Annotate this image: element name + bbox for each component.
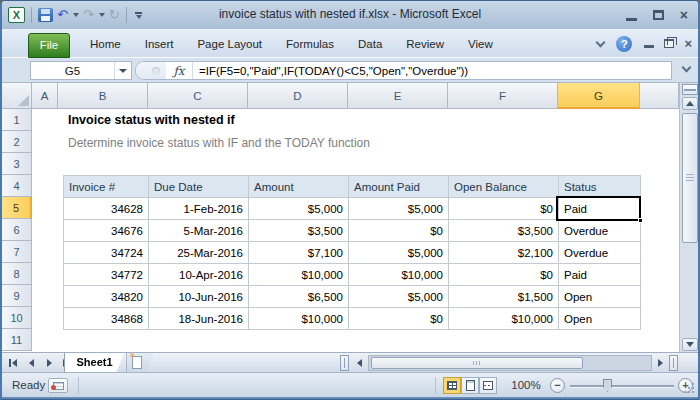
table-cell[interactable]: $3,500	[449, 220, 559, 242]
table-cell[interactable]: $0	[349, 220, 449, 242]
select-all-corner[interactable]	[2, 83, 32, 109]
table-cell[interactable]: $5,000	[349, 198, 449, 220]
table-cell[interactable]: Overdue	[559, 242, 641, 264]
table-cell[interactable]: $3,500	[249, 220, 349, 242]
zoom-level[interactable]: 100%	[507, 373, 545, 398]
row-header-9[interactable]: 9	[2, 285, 32, 307]
table-cell[interactable]: $0	[449, 264, 559, 286]
row-header-1[interactable]: 1	[2, 109, 32, 131]
tab-file[interactable]: File	[28, 33, 70, 58]
table-cell[interactable]: 10-Apr-2016	[149, 264, 249, 286]
column-header-C[interactable]: C	[148, 83, 248, 109]
tab-insert[interactable]: Insert	[133, 31, 186, 58]
workbook-minimize-button[interactable]	[644, 45, 654, 48]
previous-sheet-button[interactable]	[24, 355, 38, 370]
table-cell[interactable]: 34868	[64, 308, 149, 330]
excel-logo-icon[interactable]: X	[8, 7, 25, 23]
column-header-A[interactable]: A	[32, 83, 58, 109]
table-cell[interactable]: $10,000	[249, 264, 349, 286]
horizontal-scroll-thumb[interactable]	[371, 357, 583, 369]
table-cell[interactable]: 34820	[64, 286, 149, 308]
table-cell[interactable]: 34772	[64, 264, 149, 286]
column-header-D[interactable]: D	[248, 83, 348, 109]
tab-data[interactable]: Data	[346, 31, 394, 58]
table-cell[interactable]: 18-Jun-2016	[149, 308, 249, 330]
table-cell[interactable]: 34628	[64, 198, 149, 220]
sheet-title-cell[interactable]: Invoice status with nested if	[68, 113, 235, 127]
page-layout-view-button[interactable]	[461, 377, 479, 394]
window-restore-button[interactable]	[653, 10, 664, 20]
normal-view-button[interactable]	[443, 377, 461, 394]
tab-home[interactable]: Home	[78, 31, 133, 58]
table-cell[interactable]: Open	[559, 308, 641, 330]
workbook-restore-button[interactable]	[664, 39, 674, 48]
tab-view[interactable]: View	[456, 31, 505, 58]
page-break-view-button[interactable]	[479, 377, 497, 394]
row-header-11[interactable]: 11	[2, 329, 32, 351]
row-header-10[interactable]: 10	[2, 307, 32, 329]
zoom-slider-track[interactable]	[570, 385, 674, 387]
column-header-E[interactable]: E	[348, 83, 448, 109]
vertical-split-box[interactable]	[682, 84, 698, 95]
redo-dropdown-icon[interactable]	[99, 13, 105, 17]
header-amount-paid[interactable]: Amount Paid	[349, 176, 449, 198]
tab-page-layout[interactable]: Page Layout	[185, 31, 274, 58]
minimize-ribbon-icon[interactable]	[596, 37, 606, 47]
scroll-left-button[interactable]	[352, 356, 366, 370]
formula-input[interactable]: =IF(F5=0,"Paid",IF(TODAY()<C5,"Open","Ov…	[193, 65, 468, 77]
tab-formulas[interactable]: Formulas	[274, 31, 346, 58]
next-sheet-button[interactable]	[42, 355, 56, 370]
table-cell[interactable]: $5,000	[349, 242, 449, 264]
window-minimize-button[interactable]	[626, 18, 637, 21]
redo-icon[interactable]: ↷	[83, 8, 94, 22]
header-due-date[interactable]: Due Date	[149, 176, 249, 198]
row-header-3[interactable]: 3	[2, 153, 32, 175]
row-header-7[interactable]: 7	[2, 241, 32, 263]
tab-review[interactable]: Review	[394, 31, 456, 58]
table-cell[interactable]: $5,000	[249, 198, 349, 220]
save-icon[interactable]	[38, 8, 53, 22]
active-cell-selection[interactable]	[556, 196, 641, 221]
table-cell[interactable]: 5-Mar-2016	[149, 220, 249, 242]
fill-handle[interactable]	[638, 218, 643, 223]
resize-grip[interactable]	[683, 382, 695, 394]
table-cell[interactable]: Open	[559, 286, 641, 308]
tab-split-handle[interactable]	[340, 355, 349, 371]
scroll-up-button[interactable]	[682, 97, 698, 110]
row-header-6[interactable]: 6	[2, 219, 32, 241]
sheet-tab-sheet1[interactable]: Sheet1	[64, 353, 124, 373]
table-cell[interactable]: $10,000	[349, 264, 449, 286]
table-cell[interactable]: 1-Feb-2016	[149, 198, 249, 220]
horizontal-scrollbar[interactable]	[368, 355, 652, 371]
header-invoice[interactable]: Invoice #	[64, 176, 149, 198]
formula-bar[interactable]: ƒx =IF(F5=0,"Paid",IF(TODAY()<C5,"Open",…	[135, 61, 672, 80]
insert-worksheet-button[interactable]	[126, 353, 154, 373]
sheet-subtitle-cell[interactable]: Determine invoice status with IF and the…	[68, 136, 370, 150]
record-macro-button[interactable]	[48, 378, 68, 393]
column-header-F[interactable]: F	[448, 83, 558, 109]
undo-icon[interactable]: ↶	[57, 8, 68, 22]
undo-dropdown-icon[interactable]	[73, 13, 79, 17]
table-cell[interactable]: Paid	[559, 264, 641, 286]
header-status[interactable]: Status	[559, 176, 641, 198]
table-cell[interactable]: $6,500	[249, 286, 349, 308]
window-close-button[interactable]: ×	[680, 8, 688, 22]
table-cell[interactable]: $1,500	[449, 286, 559, 308]
table-cell[interactable]: $5,000	[349, 286, 449, 308]
horizontal-split-box[interactable]	[669, 355, 678, 371]
column-header-B[interactable]: B	[58, 83, 148, 109]
table-cell[interactable]: $0	[349, 308, 449, 330]
header-amount[interactable]: Amount	[249, 176, 349, 198]
name-box-dropdown-icon[interactable]	[119, 69, 127, 73]
insert-function-icon[interactable]: ƒx	[166, 64, 192, 78]
repeat-icon[interactable]: ↻	[109, 8, 120, 22]
header-open-balance[interactable]: Open Balance	[449, 176, 559, 198]
table-cell[interactable]: $10,000	[449, 308, 559, 330]
first-sheet-button[interactable]	[6, 355, 20, 370]
help-icon[interactable]: ?	[616, 36, 632, 52]
scroll-down-button[interactable]	[682, 338, 698, 351]
row-header-5[interactable]: 5	[2, 197, 32, 219]
row-header-8[interactable]: 8	[2, 263, 32, 285]
table-cell[interactable]: $10,000	[249, 308, 349, 330]
column-header-blank[interactable]	[640, 83, 679, 109]
